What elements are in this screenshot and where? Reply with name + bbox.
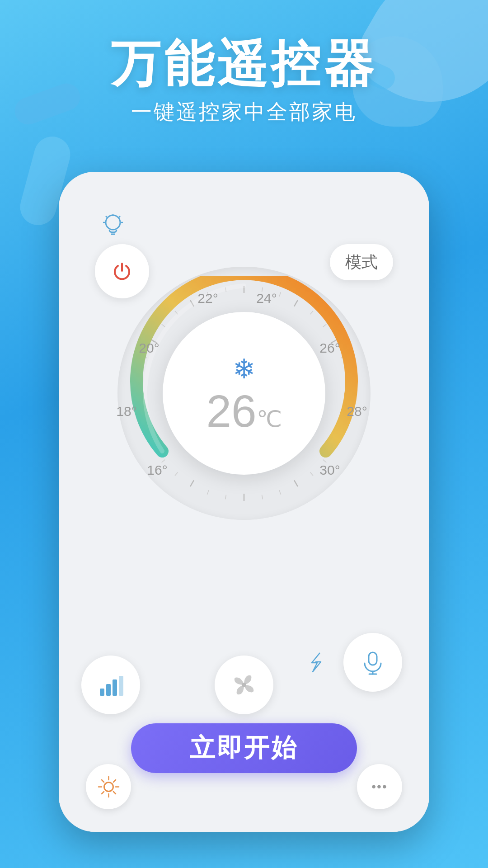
cta-label: 立即开始	[190, 731, 298, 765]
sun-icon	[96, 774, 121, 799]
phone-mockup: 模式	[59, 172, 429, 832]
bottom-row: •••	[86, 764, 402, 809]
current-temperature: 26℃	[206, 388, 282, 434]
header: 万能遥控器 一键遥控家中全部家电	[0, 0, 488, 126]
lightning-icon	[307, 651, 325, 674]
svg-rect-46	[106, 684, 111, 696]
temp-label-24: 24°	[256, 291, 277, 306]
svg-line-58	[102, 780, 104, 782]
app-subtitle: 一键遥控家中全部家电	[0, 98, 488, 126]
temp-label-26: 26°	[319, 340, 340, 356]
svg-line-60	[113, 780, 116, 782]
bulb-icon	[99, 212, 127, 240]
lightning-decoration	[303, 649, 330, 676]
svg-line-6	[106, 216, 107, 217]
wind-mode-button[interactable]	[215, 656, 273, 714]
wind-icon	[228, 669, 260, 701]
snowflake-icon: ❄	[233, 353, 255, 385]
microphone-icon	[359, 649, 386, 676]
bulb-icon-button[interactable]	[95, 208, 131, 244]
svg-line-61	[102, 792, 104, 794]
temp-label-30: 30°	[319, 462, 340, 478]
temp-label-22: 22°	[197, 291, 218, 306]
more-button[interactable]: •••	[357, 764, 402, 809]
svg-rect-48	[119, 676, 123, 696]
temperature-display: ❄ 26℃	[163, 312, 325, 475]
svg-line-7	[119, 216, 120, 217]
temperature-dial[interactable]: 16° 18° 20° 22° 24° 26° 28° 30° ❄	[113, 262, 375, 524]
phone-screen: 模式	[59, 172, 429, 832]
temp-label-28: 28°	[347, 404, 367, 419]
app-title: 万能遥控器	[0, 36, 488, 91]
temp-label-20: 20°	[139, 340, 159, 356]
more-dots: •••	[371, 779, 387, 794]
svg-point-53	[104, 782, 113, 791]
temp-label-18: 18°	[116, 404, 136, 419]
svg-line-59	[113, 792, 116, 794]
temp-label-16: 16°	[147, 462, 167, 478]
svg-point-0	[106, 215, 120, 230]
svg-rect-45	[100, 689, 104, 696]
bar-chart-icon	[97, 671, 124, 698]
svg-rect-47	[113, 679, 117, 696]
sun-button[interactable]	[86, 764, 131, 809]
voice-button[interactable]	[343, 633, 402, 692]
fan-speed-button[interactable]	[81, 656, 140, 714]
svg-rect-50	[369, 652, 377, 665]
svg-point-49	[242, 683, 246, 687]
